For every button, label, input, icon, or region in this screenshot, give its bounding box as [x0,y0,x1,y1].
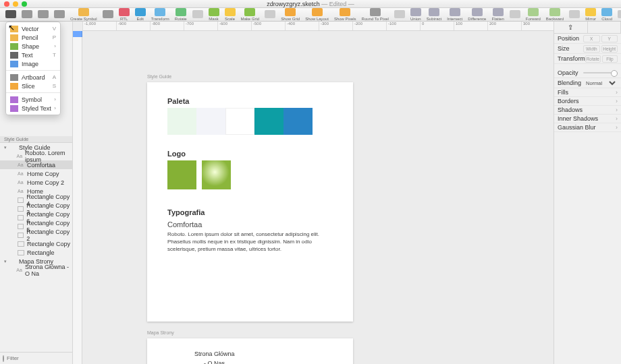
toolbar-button[interactable]: Mask [209,8,219,21]
menu-item-label: Image [22,61,38,67]
inspector-section[interactable]: Borders [554,97,621,106]
toolbar-button[interactable] [510,10,520,19]
toolbar-button[interactable]: Intersect [447,8,462,21]
artboard-icon [9,145,16,150]
color-swatch [225,108,254,135]
toolbar-button[interactable]: Subtract [427,8,441,21]
layer-row[interactable]: AaRoboto. Lorem ipsum [0,152,72,160]
toolbar-button[interactable]: Difference [468,8,486,21]
toolbar-label: RTL [120,17,128,21]
toolbar-icon [450,8,460,16]
toolbar-button[interactable]: Union [410,8,421,21]
toolbar-button[interactable] [5,10,16,19]
position-x-field[interactable]: X [583,35,600,42]
insert-menu-item[interactable]: Symbol› [6,95,60,104]
toolbar-button[interactable]: Show Pixels [334,8,356,21]
height-field[interactable]: Height [601,45,618,53]
toolbar-button[interactable]: Backward [546,8,564,21]
toolbar-button[interactable] [569,10,580,19]
insert-menu-item[interactable]: Styled Text› [6,104,60,113]
toolbar-button[interactable]: Make Grid [241,8,260,21]
toolbar-button[interactable] [618,10,621,19]
artboard-icon [9,259,16,264]
export-icon: ⇪ [568,24,573,31]
toolbar-button[interactable]: Show Layout [305,8,329,21]
insert-menu-item[interactable]: Shape› [6,42,60,51]
toolbar-icon [618,10,621,18]
toolbar-icon [285,8,296,16]
insert-menu-item[interactable]: SliceS [6,82,60,90]
disclosure-triangle-icon[interactable]: ▾ [4,145,9,150]
inspector-section[interactable]: Gaussian Blur [554,123,621,132]
inspector-section[interactable]: Shadows [554,106,621,115]
toolbar-button[interactable] [192,10,203,19]
toolbar-button[interactable] [394,10,405,19]
toolbar-button[interactable]: Rotate [175,8,187,21]
pages-header[interactable]: Style Guide [0,136,72,143]
toolbar-button[interactable] [265,10,275,19]
toolbar-button[interactable] [103,10,113,19]
rotate-field[interactable]: Rotate [585,55,601,63]
shape-layer-icon [18,224,24,229]
flip-field[interactable]: Flip [602,55,618,63]
layer-row[interactable]: Rectangle Copy [0,239,72,248]
toolbar-icon [429,8,439,16]
insert-menu-item[interactable]: TextT [6,51,60,59]
artboard-style-guide[interactable]: Style Guide Paleta Logo Typografia Comfo… [147,82,353,322]
toolbar-icon [38,10,49,18]
layer-row[interactable]: AaStrona Główna - O Na [0,266,72,274]
toolbar-label: Edit [137,17,144,21]
toolbar-button[interactable] [22,10,32,19]
insert-menu-item[interactable]: Image [6,59,60,68]
toolbar-button[interactable] [38,10,49,19]
artboard-mapa-strony[interactable]: Mapa Strony Strona Główna - O Nas [147,338,353,364]
layer-name: Home Copy [27,171,59,177]
insert-menu-popover[interactable]: VectorVPencilPShape›TextTImageArtboardAS… [5,22,61,115]
text-layer-icon: Aa [17,154,23,159]
layer-row[interactable]: Rectangle [0,248,72,257]
ruler-tick: -500 [251,22,285,30]
menu-item-label: Text [22,52,33,59]
layer-row[interactable]: AaHome Copy 2 [0,178,72,187]
width-field[interactable]: Width [583,45,600,53]
distribute-tab[interactable] [588,22,622,33]
toolbar-button[interactable]: Show Grid [281,8,300,21]
toolbar-button[interactable]: Cloud [601,8,612,21]
toolbar-button[interactable] [54,10,65,19]
layer-name: Strona Główna - O Na [25,264,72,277]
ruler-tick: -800 [150,22,184,30]
heading-paleta: Paleta [167,97,333,105]
toolbar-button[interactable]: Mirror [585,8,596,21]
position-y-field[interactable]: Y [601,35,618,42]
toolbar-button[interactable]: Create Symbol [70,8,97,21]
layer-name: Rectangle Copy 2 [26,229,72,242]
toolbar-icon [176,8,186,16]
toolbar-button[interactable]: Scale [225,8,236,21]
menu-item-label: Slice [22,83,35,90]
toolbar-button[interactable]: Forward [526,8,541,21]
toolbar-icon [312,8,323,16]
layer-row[interactable]: AaHome Copy [0,169,72,178]
toolbar-icon [601,8,612,16]
ruler-tick: -1,000 [82,22,116,30]
inspector-section[interactable]: Fills [554,88,621,97]
blending-select[interactable]: Normal [583,80,618,87]
opacity-slider[interactable] [583,72,618,73]
disclosure-triangle-icon[interactable]: ▾ [4,259,9,264]
toolbar-button[interactable]: Edit [135,8,146,21]
inspector-section[interactable]: Inner Shadows [554,115,621,123]
toolbar-button[interactable]: Round To Pixel [362,8,389,21]
filter-input[interactable] [7,355,78,361]
menu-item-icon [10,61,18,67]
align-tab[interactable]: ⇪ [554,22,588,33]
insert-menu-item[interactable]: ArtboardA [6,73,60,82]
layer-row[interactable]: Rectangle Copy 2 [0,231,72,239]
canvas[interactable]: -1,000-900-800-700-600-500-400-300-200-1… [73,22,554,364]
insert-menu-item[interactable]: VectorV [6,24,60,33]
toolbar-button[interactable]: Transform [151,8,169,21]
toolbar-button[interactable]: RTL [119,8,130,21]
toolbar-button[interactable]: Flatten [491,8,504,21]
insert-menu-item[interactable]: PencilP [6,33,60,42]
toolbar-icon [225,8,236,16]
menu-item-label: Styled Text [22,105,51,112]
